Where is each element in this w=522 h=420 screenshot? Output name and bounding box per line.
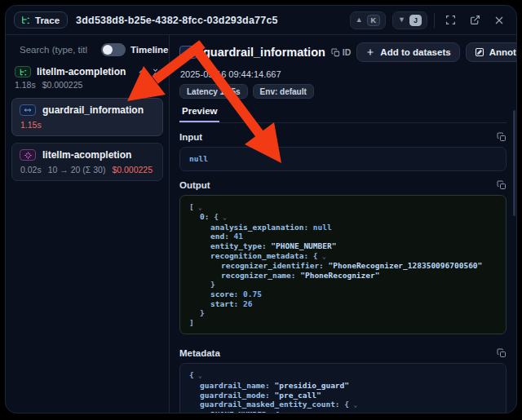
trace-badge-label: Trace <box>35 15 60 25</box>
json-value: 0.75 <box>243 290 262 298</box>
json-line: guardrail_name: "presidio_guard" <box>189 381 497 391</box>
output-json-viewer: [ ⌄0: { ⌄analysis_explanation: nullend: … <box>179 195 507 335</box>
annotate-split-button: Annotate <box>466 42 516 62</box>
chevron-up-icon: ▲ <box>356 16 363 24</box>
tree-root-item[interactable]: litellm-acompletion 1.18s $0.000225 <box>11 64 163 91</box>
metadata-section-title: Metadata <box>179 348 220 358</box>
copy-metadata-button[interactable] <box>497 348 507 358</box>
collapse-chevron-icon[interactable]: ⌄ <box>349 400 357 409</box>
edit-pen-icon <box>475 47 484 57</box>
tab-preview[interactable]: Preview <box>179 106 219 122</box>
json-line: null <box>189 154 497 164</box>
copy-icon <box>497 180 507 190</box>
item-tokens: 10 → 20 (Σ 30) <box>48 165 106 175</box>
nav-previous-button[interactable]: ▲ K <box>350 11 386 29</box>
json-line: { ⌄ <box>189 370 497 381</box>
json-value: "PhoneRecognizer_128350096700560" <box>329 261 483 270</box>
annotate-label: Annotate <box>489 47 516 57</box>
json-line: start: 26 <box>189 299 497 309</box>
page-title: guardrail_information <box>203 46 325 59</box>
json-key: start: <box>210 299 243 308</box>
timeline-toggle[interactable] <box>101 43 126 56</box>
tree-item-litellm-acompletion[interactable]: litellm-acompletion 0.02s 10 → 20 (Σ 30)… <box>11 143 163 181</box>
shortcut-key-k: K <box>367 15 381 26</box>
copy-icon <box>497 132 507 142</box>
json-value: "PhoneRecognizer" <box>300 271 379 280</box>
span-arrows-icon <box>184 48 194 57</box>
copy-icon <box>497 348 507 358</box>
json-value: 1 <box>276 410 281 413</box>
json-line: guardrail_masked_entity_count: { ⌄ <box>189 400 497 410</box>
json-line: } <box>189 308 497 318</box>
json-value: "pre_call" <box>275 391 321 400</box>
topbar-separator <box>434 13 435 28</box>
json-key: score: <box>210 290 243 298</box>
json-bracket: } <box>210 280 215 289</box>
open-external-button[interactable] <box>466 11 484 29</box>
json-line: recognition_metadata: { ⌄ <box>189 251 497 262</box>
json-line: analysis_explanation: null <box>189 223 497 232</box>
copy-id-button[interactable]: ID <box>331 47 352 57</box>
observation-timestamp: 2025-05-16 09:44:14.667 <box>180 69 507 79</box>
input-section-title: Input <box>179 132 202 142</box>
metadata-json-viewer: { ⌄guardrail_name: "presidio_guard"guard… <box>179 363 507 413</box>
collapse-chevron-icon[interactable]: ⌄ <box>194 371 202 379</box>
copy-icon <box>331 48 340 57</box>
maximize-icon <box>445 15 456 25</box>
shortcut-key-j: J <box>409 15 422 26</box>
close-icon <box>494 15 504 25</box>
trace-type-badge: Trace <box>14 11 68 29</box>
external-link-icon <box>470 15 480 25</box>
output-section-title: Output <box>179 180 210 190</box>
collapse-up-icon[interactable] <box>137 68 146 77</box>
timeline-toggle-label: Timeline <box>130 45 168 55</box>
tree-root-label: litellm-acompletion <box>37 66 126 77</box>
generation-icon-pill <box>20 149 36 161</box>
trace-detail-window: Trace 3dd538d8-b25e-4382-8fcc-03d293da77… <box>5 5 517 413</box>
json-line: ] <box>189 318 497 328</box>
span-icon-pill <box>20 104 36 116</box>
json-value: null <box>189 154 208 163</box>
json-line: 0: { ⌄ <box>189 212 497 223</box>
add-to-datasets-button[interactable]: Add to datasets <box>356 42 459 62</box>
scrollbar-thumb[interactable] <box>513 110 515 216</box>
json-key: PHONE_NUMBER: <box>210 410 276 413</box>
expand-button[interactable] <box>441 11 459 29</box>
trace-id: 3dd538d8-b25e-4382-8fcc-03d293da77c5 <box>76 15 278 26</box>
trace-icon-pill <box>15 66 31 77</box>
annotate-button[interactable]: Annotate <box>467 43 516 61</box>
add-to-datasets-label: Add to datasets <box>380 47 450 57</box>
collapse-chevron-icon[interactable]: ⌄ <box>194 203 202 211</box>
close-button[interactable] <box>490 11 508 29</box>
json-key: end: <box>210 232 234 241</box>
json-key: entity_type: <box>210 241 271 250</box>
collapse-all-icon[interactable] <box>151 68 160 77</box>
copy-input-button[interactable] <box>497 132 507 142</box>
json-value: null <box>313 223 332 232</box>
json-value: 26 <box>243 299 252 308</box>
trace-tree-icon <box>19 68 28 77</box>
json-key: 0: <box>200 212 214 221</box>
json-key: recognizer_name: <box>221 271 300 280</box>
copy-output-button[interactable] <box>497 180 507 190</box>
json-key: recognizer_identifier: <box>221 261 329 270</box>
json-key: guardrail_masked_entity_count: <box>200 400 344 409</box>
search-input[interactable] <box>20 45 91 55</box>
tree-item-guardrail-information[interactable]: guardrail_information 1.15s <box>11 98 163 136</box>
json-key: recognition_metadata: <box>210 251 313 260</box>
collapse-chevron-icon[interactable]: ⌄ <box>219 213 227 221</box>
json-line: } <box>189 280 497 290</box>
json-line: guardrail_mode: "pre_call" <box>189 391 497 400</box>
sparkle-icon <box>24 151 33 160</box>
json-key: analysis_explanation: <box>210 223 313 232</box>
json-line: [ ⌄ <box>189 202 497 213</box>
latency-badge: Latency 1.15s <box>179 84 248 99</box>
tree-item-label: guardrail_information <box>42 104 144 116</box>
json-value: "PHONE_NUMBER" <box>271 241 336 250</box>
trace-tree-sidebar: Timeline litellm-acompletion <box>6 35 170 413</box>
collapse-chevron-icon[interactable]: ⌄ <box>318 252 326 260</box>
json-line: recognizer_name: "PhoneRecognizer" <box>189 271 497 281</box>
nav-next-button[interactable]: ▼ J <box>392 11 427 29</box>
plus-icon <box>365 47 375 57</box>
trace-tree-icon <box>20 15 31 25</box>
